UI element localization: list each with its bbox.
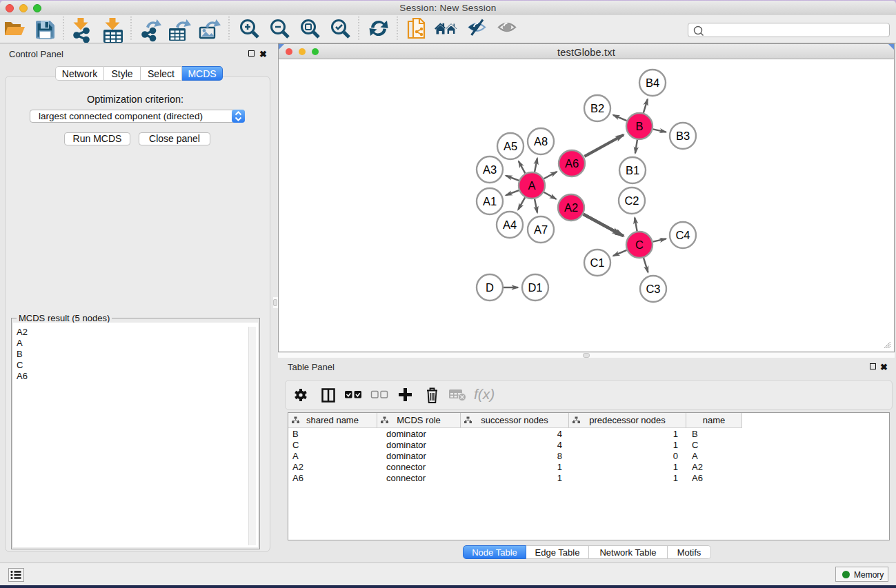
svg-text:A6: A6	[565, 157, 579, 170]
svg-text:B3: B3	[676, 130, 690, 142]
svg-text:B: B	[635, 120, 643, 132]
svg-text:A3: A3	[483, 163, 497, 176]
svg-text:f(x): f(x)	[474, 386, 495, 402]
svg-text:B2: B2	[590, 102, 604, 114]
svg-text:A1: A1	[483, 195, 497, 207]
svg-text:A: A	[528, 179, 535, 192]
svg-text:C3: C3	[646, 283, 660, 295]
svg-text:A2: A2	[564, 201, 578, 214]
svg-text:A4: A4	[503, 219, 517, 231]
svg-text:D1: D1	[528, 281, 542, 294]
svg-text:C4: C4	[675, 229, 690, 241]
svg-text:A8: A8	[534, 135, 548, 148]
svg-text:C2: C2	[624, 194, 639, 207]
svg-text:A5: A5	[504, 140, 517, 152]
svg-text:C: C	[635, 239, 644, 251]
svg-text:A7: A7	[534, 223, 548, 236]
svg-text:C1: C1	[590, 256, 604, 269]
svg-text:B1: B1	[626, 164, 639, 176]
svg-text:D: D	[486, 281, 494, 294]
svg-text:B4: B4	[646, 77, 659, 89]
